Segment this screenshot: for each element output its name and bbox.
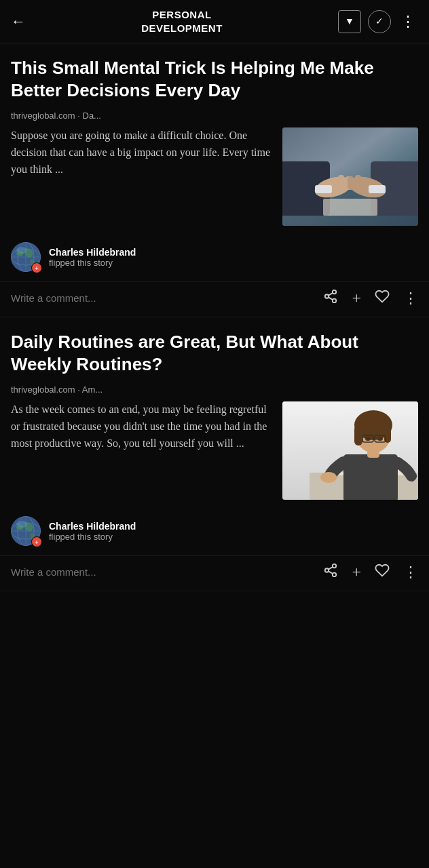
svg-point-21 — [16, 247, 27, 254]
article-title[interactable]: Daily Routines are Great, But What About… — [11, 331, 418, 375]
flipper-details: Charles Hildebrand flipped this story — [49, 247, 418, 268]
app-header: ← PERSONALDEVELOPMENT ▼ ✓ ⋮ — [0, 0, 429, 43]
article-more-button[interactable]: ⋮ — [403, 564, 418, 581]
article-card: Daily Routines are Great, But What About… — [0, 317, 429, 556]
svg-rect-10 — [355, 175, 361, 190]
action-bar: + ⋮ — [0, 282, 429, 317]
add-button[interactable]: + — [352, 289, 361, 307]
article-source: thriveglobal.com · Am... — [11, 384, 418, 395]
flipper-info-row: + Charles Hildebrand flipped this story — [11, 234, 418, 281]
comment-input[interactable] — [11, 292, 318, 304]
article-title[interactable]: This Small Mental Trick Is Helping Me Ma… — [11, 57, 418, 101]
article-thumbnail[interactable] — [282, 401, 418, 500]
header-icons-group: ▼ ✓ ⋮ — [338, 10, 418, 33]
check-button[interactable]: ✓ — [368, 10, 391, 33]
check-icon: ✓ — [375, 16, 384, 27]
article-content-row: As the week comes to an end, you may be … — [11, 401, 418, 500]
header-title-block: PERSONALDEVELOPMENT — [33, 8, 331, 35]
add-button[interactable]: + — [352, 563, 361, 581]
flipper-name: Charles Hildebrand — [49, 521, 418, 532]
article-excerpt: As the week comes to an end, you may be … — [11, 401, 274, 500]
article-card: This Small Mental Trick Is Helping Me Ma… — [0, 43, 429, 282]
svg-rect-14 — [323, 199, 377, 216]
svg-line-25 — [329, 297, 333, 300]
comment-input[interactable] — [11, 566, 318, 578]
filter-icon: ▼ — [345, 16, 354, 27]
share-button[interactable] — [323, 563, 338, 581]
article-content-row: Suppose you are going to make a difficul… — [11, 127, 418, 226]
action-icons: + ⋮ — [323, 563, 418, 581]
more-menu-button[interactable]: ⋮ — [398, 13, 418, 31]
avatar-container[interactable]: + — [11, 516, 41, 546]
svg-rect-32 — [343, 454, 398, 500]
article-source: thriveglobal.com · Da... — [11, 111, 418, 121]
svg-rect-11 — [348, 176, 354, 190]
avatar-container[interactable]: + — [11, 242, 41, 272]
article-image-handshake — [282, 127, 418, 226]
article-excerpt: Suppose you are going to make a difficul… — [11, 127, 274, 226]
svg-point-50 — [16, 521, 27, 528]
back-button[interactable]: ← — [11, 13, 26, 31]
svg-rect-38 — [358, 422, 388, 430]
svg-rect-7 — [338, 175, 344, 190]
share-button[interactable] — [323, 289, 338, 307]
svg-rect-13 — [369, 185, 386, 193]
header-title: PERSONALDEVELOPMENT — [33, 8, 331, 35]
article-image-woman — [282, 401, 418, 500]
avatar-badge: + — [31, 262, 42, 273]
svg-point-42 — [365, 437, 371, 441]
svg-line-26 — [329, 293, 333, 296]
svg-point-43 — [377, 437, 383, 441]
svg-line-54 — [329, 571, 333, 574]
svg-rect-9 — [362, 178, 369, 191]
like-button[interactable] — [375, 563, 390, 581]
flipper-details: Charles Hildebrand flipped this story — [49, 521, 418, 542]
flipper-name: Charles Hildebrand — [49, 247, 418, 258]
action-bar: + ⋮ — [0, 556, 429, 591]
svg-line-55 — [329, 567, 333, 570]
article-thumbnail[interactable] — [282, 127, 418, 226]
flipper-action: flipped this story — [49, 258, 418, 268]
filter-button[interactable]: ▼ — [338, 10, 361, 33]
avatar-badge: + — [31, 536, 42, 547]
flipper-action: flipped this story — [49, 532, 418, 542]
article-more-button[interactable]: ⋮ — [403, 290, 418, 307]
like-button[interactable] — [375, 289, 390, 307]
flipper-info-row: + Charles Hildebrand flipped this story — [11, 508, 418, 555]
action-icons: + ⋮ — [323, 289, 418, 307]
svg-point-44 — [320, 472, 337, 483]
svg-rect-12 — [315, 185, 332, 193]
